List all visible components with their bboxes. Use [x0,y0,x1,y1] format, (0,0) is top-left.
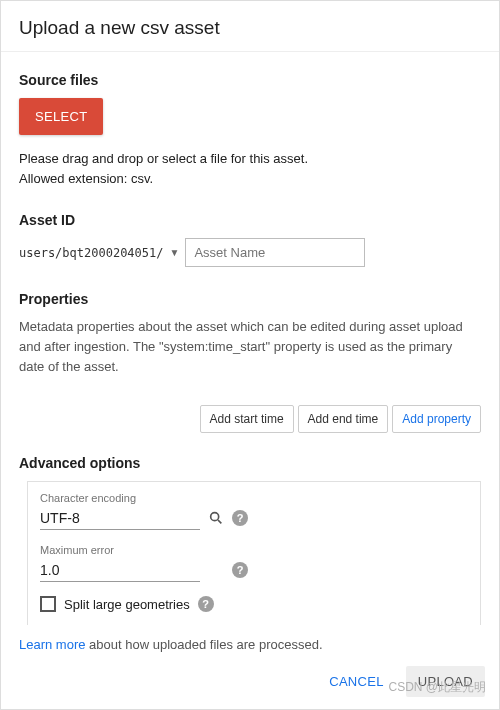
asset-id-title: Asset ID [19,212,481,228]
maxerror-label: Maximum error [40,544,468,556]
advanced-options-panel[interactable]: Character encoding ? Maximum error ? [27,481,481,625]
properties-title: Properties [19,291,481,307]
encoding-input[interactable] [40,506,200,530]
add-property-button[interactable]: Add property [392,405,481,433]
split-geometries-checkbox[interactable] [40,596,56,612]
split-geometries-label: Split large geometries [64,597,190,612]
advanced-options-section: Advanced options Character encoding ? Ma… [19,455,481,625]
source-files-title: Source files [19,72,481,88]
encoding-field: Character encoding ? [40,492,468,530]
help-icon[interactable]: ? [198,596,214,612]
maxerror-input[interactable] [40,558,200,582]
hint-line2: Allowed extension: csv. [19,169,481,189]
maxerror-field: Maximum error ? [40,544,468,582]
upload-button[interactable]: UPLOAD [406,666,485,697]
properties-section: Properties Metadata properties about the… [19,291,481,433]
learn-more-row: Learn more about how uploaded files are … [1,625,499,658]
dialog-title: Upload a new csv asset [1,1,499,52]
svg-point-0 [211,513,219,521]
cancel-button[interactable]: CANCEL [317,666,396,697]
svg-line-1 [218,520,221,523]
asset-name-input[interactable] [185,238,365,267]
learn-more-link[interactable]: Learn more [19,637,85,652]
dialog-body: Source files SELECT Please drag and drop… [1,52,499,625]
search-icon[interactable] [208,510,224,526]
encoding-label: Character encoding [40,492,468,504]
source-hint: Please drag and drop or select a file fo… [19,149,481,188]
properties-description: Metadata properties about the asset whic… [19,317,481,377]
chevron-down-icon[interactable]: ▼ [170,247,180,258]
asset-id-prefix[interactable]: users/bqt2000204051/ [19,246,164,260]
split-geometries-row: Split large geometries ? [40,596,468,612]
advanced-options-title: Advanced options [19,455,481,471]
hint-line1: Please drag and drop or select a file fo… [19,149,481,169]
add-start-time-button[interactable]: Add start time [200,405,294,433]
help-icon[interactable]: ? [232,510,248,526]
select-file-button[interactable]: SELECT [19,98,103,135]
asset-id-section: Asset ID users/bqt2000204051/ ▼ [19,212,481,267]
upload-dialog: Upload a new csv asset Source files SELE… [0,0,500,710]
help-icon[interactable]: ? [232,562,248,578]
source-files-section: Source files SELECT Please drag and drop… [19,72,481,188]
learn-more-text: about how uploaded files are processed. [85,637,322,652]
dialog-footer: CANCEL UPLOAD [1,658,499,709]
add-end-time-button[interactable]: Add end time [298,405,389,433]
